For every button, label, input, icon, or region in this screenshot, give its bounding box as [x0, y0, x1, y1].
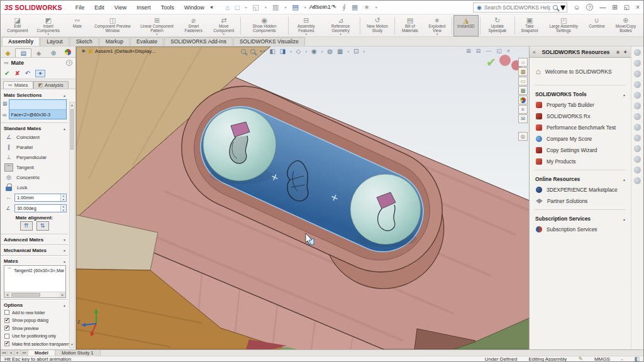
ribbon-new-motion-study[interactable]: ↺New Motion Study — [362, 15, 394, 36]
multiple-mate-mode-icon[interactable]: ∞ — [3, 112, 8, 118]
hide-show-items-icon[interactable]: ◉ — [311, 48, 317, 55]
distance-field[interactable]: 1.00mm ▴▾ — [14, 194, 67, 202]
tab-motion-study-1[interactable]: Motion Study 1 — [55, 350, 101, 356]
link-copy-settings-wizard[interactable]: Copy Settings Wizard — [535, 145, 626, 156]
design-library-icon[interactable]: ▦ — [518, 67, 528, 76]
scroll-right-icon[interactable]: ▸ — [60, 292, 65, 297]
link-performance-benchmark-test[interactable]: Performance Benchmark Test — [535, 122, 626, 133]
save-icon[interactable]: ▥ — [272, 3, 279, 11]
magnifier-tool-icon[interactable]: ◎ — [518, 132, 528, 141]
scroll-down-icon[interactable]: ▼ — [70, 342, 74, 348]
tab-model[interactable]: Model — [28, 350, 55, 356]
option-show-popup-dialog[interactable]: Show popup dialog — [1, 317, 68, 325]
ribbon-reference-geometry[interactable]: ⊿Reference Geometry▾ — [323, 15, 358, 36]
link-solidworks-rx[interactable]: SOLIDWORKS Rx — [535, 111, 626, 122]
pm-vertical-scrollbar[interactable]: ▲ ▼ — [69, 102, 75, 348]
ribbon-show-hidden-components[interactable]: ◉Show Hidden Components — [242, 15, 286, 36]
link-compare-my-score[interactable]: Compare My Score — [535, 133, 626, 145]
mate-parallel[interactable]: ∥Parallel — [1, 142, 68, 152]
hscroll-track[interactable] — [10, 292, 60, 297]
tab-layout[interactable]: Layout — [40, 37, 69, 46]
ribbon-assembly-features[interactable]: ⊟Assembly Features▾ — [289, 15, 323, 36]
tab-dimxpert-manager[interactable]: ⊕ — [46, 49, 60, 57]
scroll-left-icon[interactable]: ◂ — [4, 292, 10, 297]
dropdown-caret-icon[interactable]: ▾ — [321, 50, 323, 53]
strip-tool-icon[interactable] — [634, 81, 641, 88]
search-caret-icon[interactable]: ▾ — [560, 1, 565, 13]
option-add-to-new-folder[interactable]: Add to new folder — [1, 309, 68, 317]
link-3dexperience-marketplace[interactable]: 3DEXPERIENCE Marketplace — [535, 184, 626, 195]
menu-edit[interactable]: Edit — [90, 3, 109, 12]
tab-mates[interactable]: ∾Mates — [3, 81, 33, 89]
forum-icon[interactable]: ✉ — [518, 114, 528, 123]
checkbox[interactable] — [4, 341, 9, 346]
tab-analysis[interactable]: ◩Analysis — [33, 81, 69, 89]
tab-feature-manager[interactable]: ◆ — [1, 49, 15, 57]
search-icon[interactable] — [553, 5, 558, 10]
tag-icon[interactable]: ◧ — [634, 356, 640, 362]
strip-tool-icon[interactable] — [634, 60, 641, 67]
ribbon-take-snapshot[interactable]: ▣Take Snapshot — [516, 15, 543, 36]
menu-window[interactable]: Window — [180, 3, 209, 12]
user-account-icon[interactable]: ☺ — [574, 4, 580, 11]
menu-pin-icon[interactable]: ▸ — [208, 3, 216, 11]
options-header[interactable]: Options▴ — [1, 300, 68, 309]
advanced-mates-header[interactable]: Advanced Mates▾ — [1, 234, 68, 243]
strip-tool-icon[interactable] — [634, 113, 641, 120]
open-icon[interactable]: ◱ — [253, 3, 259, 11]
checkbox[interactable] — [4, 326, 9, 331]
options-caret-icon[interactable]: ▾ — [375, 5, 377, 9]
selection-row-empty[interactable] — [9, 100, 66, 109]
hscroll-thumb[interactable] — [11, 293, 40, 297]
print-icon[interactable]: ▤ — [292, 3, 298, 11]
spin-down-icon[interactable]: ▾ — [61, 198, 66, 202]
prev-tab-icon[interactable]: ◂ — [8, 350, 14, 356]
doc-minimize-icon[interactable]: — — [486, 48, 491, 54]
mechanical-mates-header[interactable]: Mechanical Mates▾ — [1, 245, 68, 254]
checkbox[interactable] — [4, 310, 9, 315]
pane-left-icon[interactable]: ⊞ — [466, 48, 471, 54]
option-make-first-selection-transparent[interactable]: Make first selection transparent — [1, 340, 68, 348]
subscription-services-header[interactable]: Subscription Services▴ — [535, 214, 626, 224]
tab-sketch[interactable]: Sketch — [70, 37, 99, 46]
menu-insert[interactable]: Insert — [132, 3, 155, 12]
ribbon-component-preview-window[interactable]: ◫Component Preview Window — [90, 15, 135, 36]
ribbon-edit-component[interactable]: ◪Edit Component — [3, 15, 32, 36]
close-button[interactable]: × — [636, 4, 640, 11]
mate-selections-header[interactable]: Mate Selections▴ — [1, 91, 68, 99]
display-style-icon[interactable]: ◇ — [296, 48, 301, 55]
keep-visible-pin-button[interactable]: ✦ — [35, 70, 45, 77]
sphere-3[interactable] — [350, 174, 421, 244]
strip-tool-icon[interactable] — [634, 102, 641, 109]
graphics-viewport[interactable]: Z ▶ ▣ Assem1 (Default<Display... ↩ ◧ ◨▾ — [76, 47, 529, 349]
mate-lock[interactable]: Lock — [1, 182, 68, 192]
ribbon-update-speedpak[interactable]: ↻Update Speedpak — [482, 15, 513, 36]
ribbon-combine[interactable]: ∪Combine — [584, 15, 609, 36]
menu-tools[interactable]: Tools — [157, 3, 179, 12]
unit-system[interactable]: MMGS — [594, 356, 610, 362]
tab-solidworks-visualize[interactable]: SOLIDWORKS Visualize — [233, 37, 305, 46]
menu-file[interactable]: File — [71, 3, 89, 12]
middle-wireframe-component[interactable] — [287, 161, 308, 201]
pane-pin-icon[interactable]: ✦ — [623, 49, 628, 55]
mates-listbox[interactable]: ⌒ Tangent2 (60x30<3>,Mar ◂ ▸ — [4, 265, 66, 298]
select-icon[interactable]: ∮ — [342, 3, 346, 11]
doc-restore-icon[interactable]: ◱ — [496, 48, 502, 54]
open-caret-icon[interactable]: ▾ — [265, 5, 267, 9]
print-caret-icon[interactable]: ▾ — [304, 5, 306, 9]
undo-button[interactable]: ↶ — [25, 70, 30, 77]
pm-help-icon[interactable]: ? — [66, 60, 72, 66]
assembly-root-label[interactable]: Assem1 (Default<Display... — [95, 48, 155, 54]
home-icon[interactable]: ⌂ — [225, 4, 230, 11]
vscroll-track[interactable] — [70, 108, 74, 342]
previous-view-icon[interactable]: ↩ — [260, 48, 265, 55]
minimize-button[interactable]: — — [599, 4, 606, 11]
spin-down-icon[interactable]: ▾ — [61, 209, 66, 212]
doc-close-icon[interactable]: × — [507, 48, 510, 54]
mate-concentric[interactable]: ◎Concentric — [1, 172, 68, 182]
ribbon-exploded-view[interactable]: ∗Exploded View▾ — [424, 15, 451, 36]
mate-coincident[interactable]: ∠Coincident — [1, 132, 68, 142]
vscroll-thumb[interactable] — [70, 109, 74, 150]
zoom-to-area-icon[interactable] — [250, 49, 255, 54]
search-input[interactable] — [484, 4, 550, 11]
